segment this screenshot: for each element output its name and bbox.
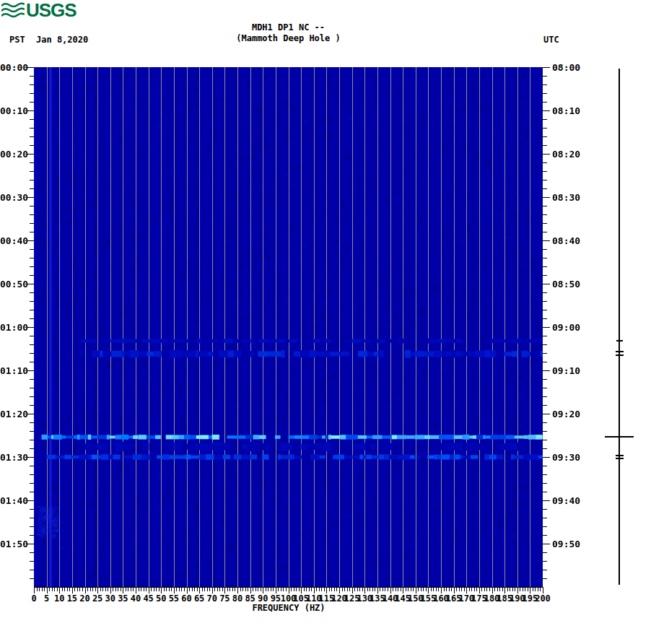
time-tick bbox=[30, 214, 34, 215]
freq-tick bbox=[321, 588, 322, 591]
time-tick bbox=[30, 570, 34, 570]
freq-tick bbox=[224, 588, 225, 593]
time-tick bbox=[30, 396, 34, 397]
freq-tick bbox=[299, 588, 300, 591]
time-tick bbox=[30, 223, 34, 224]
freq-tick bbox=[181, 588, 182, 591]
freq-tick bbox=[102, 588, 103, 591]
time-tick bbox=[30, 362, 34, 362]
freq-tick bbox=[469, 588, 470, 591]
freq-tick bbox=[273, 588, 274, 591]
time-tick bbox=[543, 318, 547, 319]
freq-tick bbox=[283, 588, 284, 591]
time-label-left: 00:30 bbox=[0, 192, 26, 203]
freq-tick bbox=[49, 588, 50, 591]
freq-tick bbox=[57, 588, 58, 591]
freq-tick bbox=[34, 588, 35, 593]
freq-tick bbox=[62, 588, 63, 591]
freq-tick bbox=[176, 588, 177, 591]
time-tick bbox=[543, 171, 547, 172]
freq-tick bbox=[174, 588, 175, 593]
freq-label: 85 bbox=[245, 593, 255, 604]
time-tick bbox=[543, 353, 547, 354]
freq-label: 55 bbox=[169, 593, 179, 604]
time-tick bbox=[543, 223, 547, 224]
freq-tick bbox=[222, 588, 223, 591]
time-tick bbox=[30, 344, 34, 345]
freq-tick bbox=[406, 588, 406, 591]
freq-tick bbox=[372, 588, 373, 591]
time-tick bbox=[30, 171, 34, 172]
freq-tick bbox=[326, 588, 327, 593]
time-tick bbox=[30, 232, 34, 232]
time-label-right: 08:50 bbox=[552, 279, 585, 290]
time-tick bbox=[30, 275, 34, 276]
freq-tick bbox=[339, 588, 340, 593]
time-label-right: 08:40 bbox=[552, 235, 585, 246]
time-tick bbox=[30, 188, 34, 189]
time-tick bbox=[30, 353, 34, 354]
freq-tick bbox=[110, 588, 111, 593]
freq-tick bbox=[396, 588, 396, 591]
freq-tick bbox=[118, 588, 118, 591]
freq-tick bbox=[240, 588, 241, 591]
time-tick bbox=[30, 379, 34, 380]
freq-tick bbox=[515, 588, 515, 591]
freq-tick bbox=[489, 588, 490, 591]
time-label-right: 08:10 bbox=[552, 105, 585, 116]
freq-tick bbox=[446, 588, 447, 591]
freq-tick bbox=[115, 588, 116, 591]
freq-tick bbox=[336, 588, 337, 591]
freq-tick bbox=[540, 588, 541, 591]
time-tick bbox=[30, 431, 34, 432]
freq-tick bbox=[197, 588, 198, 591]
freq-tick bbox=[393, 588, 393, 591]
freq-tick bbox=[108, 588, 108, 591]
freq-tick bbox=[484, 588, 485, 591]
freq-tick bbox=[263, 588, 263, 593]
time-label-right: 08:20 bbox=[552, 149, 585, 160]
freq-tick bbox=[169, 588, 170, 591]
time-tick bbox=[30, 206, 34, 206]
freq-tick bbox=[520, 588, 520, 591]
freq-label: 20 bbox=[79, 593, 89, 604]
freq-tick bbox=[230, 588, 230, 591]
time-tick bbox=[30, 145, 34, 146]
freq-label: 25 bbox=[92, 593, 102, 604]
freq-tick bbox=[390, 588, 391, 593]
station-name: (Mammoth Deep Hole ) bbox=[34, 33, 543, 44]
freq-tick bbox=[139, 588, 139, 591]
trace-event-mark bbox=[605, 436, 634, 438]
time-tick bbox=[543, 136, 547, 137]
time-tick bbox=[543, 327, 550, 328]
freq-tick bbox=[59, 588, 60, 593]
time-tick bbox=[30, 578, 34, 579]
time-tick bbox=[30, 301, 34, 302]
freq-label: 10 bbox=[54, 593, 64, 604]
time-tick bbox=[543, 466, 547, 466]
time-label-right: 08:30 bbox=[552, 192, 585, 203]
freq-tick bbox=[77, 588, 78, 591]
freq-tick bbox=[151, 588, 152, 591]
freq-tick bbox=[159, 588, 160, 591]
time-tick bbox=[543, 162, 547, 163]
freq-tick bbox=[294, 588, 294, 591]
freq-label: 15 bbox=[67, 593, 77, 604]
freq-tick bbox=[105, 588, 106, 591]
freq-tick bbox=[113, 588, 113, 591]
time-tick bbox=[543, 128, 547, 129]
freq-tick bbox=[512, 588, 513, 591]
freq-tick bbox=[202, 588, 203, 591]
time-tick bbox=[543, 119, 547, 120]
freq-tick bbox=[227, 588, 228, 591]
freq-tick bbox=[421, 588, 421, 591]
freq-tick bbox=[184, 588, 185, 591]
spectrogram-heatmap bbox=[34, 67, 543, 587]
freq-tick bbox=[219, 588, 220, 591]
time-tick bbox=[30, 266, 34, 267]
freq-tick bbox=[357, 588, 358, 591]
freq-tick bbox=[517, 588, 518, 593]
freq-tick bbox=[385, 588, 385, 591]
usgs-logo: USGS bbox=[1, 1, 77, 19]
freq-tick bbox=[258, 588, 258, 591]
